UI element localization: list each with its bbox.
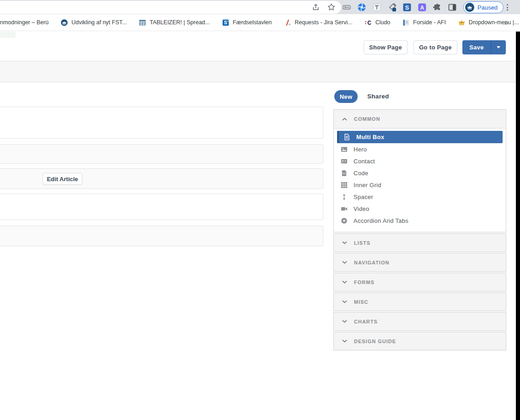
section-label: COMMON <box>354 116 380 122</box>
section-label: CHARTS <box>354 319 378 324</box>
chevron-down-icon <box>342 320 347 323</box>
bookmark-label: Udvikling af nyt FST... <box>71 19 127 26</box>
bookmark-label: Færdselstavlen <box>233 19 272 26</box>
crown-gold-favicon-icon <box>458 19 466 27</box>
components-panel: COMMONMulti BoxHeroContactCodeInner Grid… <box>333 109 506 350</box>
component-item-label: Multi Box <box>356 134 384 140</box>
profile-crown-avatar <box>465 3 474 12</box>
component-item-code[interactable]: Code <box>334 167 506 179</box>
toolbar-band <box>0 61 520 82</box>
puzzle-extension-icon[interactable] <box>433 3 442 12</box>
chevron-down-icon <box>342 300 347 303</box>
file-icon <box>343 134 350 140</box>
section-header-forms[interactable]: FORMS <box>334 273 506 291</box>
section-forms: FORMS <box>333 273 506 291</box>
component-item-label: Inner Grid <box>354 182 381 188</box>
share-icon[interactable] <box>311 3 320 11</box>
bookmark-item-0[interactable]: nmodninger – Berú <box>0 19 48 26</box>
bookmarks-overflow-chevron[interactable]: » <box>504 14 508 31</box>
section-header-charts[interactable]: CHARTS <box>334 312 506 330</box>
screen-edge-strip <box>516 32 520 420</box>
bookmark-star-icon[interactable] <box>327 3 336 11</box>
content-block-4[interactable] <box>0 226 323 246</box>
content-block-2[interactable] <box>0 144 323 164</box>
grid-icon <box>341 182 348 188</box>
bookmark-item-3[interactable]: SFærdselstavlen <box>222 19 272 27</box>
section-label: NAVIGATION <box>354 260 389 265</box>
chevron-down-icon <box>342 280 347 284</box>
save-dropdown-button[interactable] <box>491 40 506 54</box>
component-item-contact[interactable]: Contact <box>334 155 506 167</box>
component-item-label: Spacer <box>354 194 373 200</box>
chevron-down-icon <box>342 241 347 244</box>
address-bar[interactable] <box>0 1 341 14</box>
svg-text:C: C <box>367 19 371 26</box>
key-extension-icon[interactable] <box>342 3 351 12</box>
browser-menu-icon[interactable] <box>504 3 510 12</box>
component-item-multi-box[interactable]: Multi Box <box>337 131 503 143</box>
component-item-video[interactable]: Video <box>334 203 506 215</box>
bookmark-item-1[interactable]: Udvikling af nyt FST... <box>60 19 127 27</box>
section-header-lists[interactable]: LISTS <box>334 234 506 252</box>
profile-chip-label: Paused <box>477 4 498 11</box>
content-block-1[interactable] <box>0 107 323 139</box>
image-icon <box>341 146 348 153</box>
section-header-common[interactable]: COMMON <box>334 110 506 129</box>
component-item-inner-grid[interactable]: Inner Grid <box>334 179 506 191</box>
component-item-label: Contact <box>354 158 375 165</box>
cropped-element-fragment <box>0 32 16 38</box>
bookmarks-bar: nmodninger – BerúUdvikling af nyt FST...… <box>0 14 520 31</box>
dropper-extension-icon[interactable] <box>387 3 397 12</box>
browser-toolbar: SA Paused <box>0 0 520 14</box>
chevron-down-icon <box>342 339 347 343</box>
bookmark-item-7[interactable]: Dropdown-menu |... <box>458 19 519 27</box>
save-split-button: Save <box>462 40 506 54</box>
section-misc: MISC <box>333 292 506 311</box>
section-lists: LISTS <box>333 233 506 252</box>
side-panel-extension-icon[interactable] <box>448 3 457 12</box>
save-button[interactable]: Save <box>462 40 491 54</box>
s-blue-extension-icon[interactable]: S <box>402 3 412 12</box>
chevron-down-icon <box>497 46 500 48</box>
bookmark-item-2[interactable]: TABLEIZER! | Spread... <box>139 19 210 27</box>
bookmark-label: Dropdown-menu |... <box>469 19 519 26</box>
component-item-spacer[interactable]: Spacer <box>334 191 506 203</box>
profile-paused-chip[interactable]: Paused <box>463 1 504 13</box>
bookmark-label: Cludo <box>375 19 391 26</box>
section-header-navigation[interactable]: NAVIGATION <box>334 253 506 271</box>
bookmark-item-5[interactable]: CCludo <box>365 19 391 27</box>
bookmark-label: Forside - AFI <box>413 19 446 26</box>
component-item-label: Code <box>354 170 368 177</box>
show-page-button[interactable]: Show Page <box>364 40 407 54</box>
component-item-accordion-and-tabs[interactable]: Accordion And Tabs <box>334 215 506 226</box>
section-common: COMMONMulti BoxHeroContactCodeInner Grid… <box>333 109 506 232</box>
tab-shared[interactable]: Shared <box>367 93 389 100</box>
section-label: MISC <box>354 299 369 305</box>
contact-icon <box>341 158 348 165</box>
tab-new[interactable]: New <box>334 90 358 103</box>
shutter-extension-icon[interactable] <box>357 3 366 12</box>
content-block-3[interactable] <box>0 194 323 220</box>
page-favicon-icon <box>402 19 410 27</box>
go-to-page-button[interactable]: Go to Page <box>413 40 457 54</box>
table-favicon-icon <box>139 19 146 27</box>
edit-article-button[interactable]: Edit Article <box>43 173 82 185</box>
a-purple-extension-icon[interactable]: A <box>418 3 427 12</box>
chevron-up-icon <box>342 118 347 121</box>
component-item-hero[interactable]: Hero <box>334 143 506 155</box>
section-header-design-guide[interactable]: DESIGN GUIDE <box>334 332 506 350</box>
svg-text:m: m <box>289 23 291 26</box>
section-label: DESIGN GUIDE <box>354 339 396 344</box>
extension-icons-row: SA <box>342 0 457 14</box>
cludo-favicon-icon: C <box>365 19 372 27</box>
bookmark-label: nmodninger – Berú <box>0 19 48 26</box>
bookmark-item-6[interactable]: Forside - AFI <box>402 19 446 27</box>
svg-text:S: S <box>405 4 409 11</box>
video-icon <box>341 205 348 212</box>
bookmark-item-4[interactable]: mRequests - Jira Servi... <box>284 19 352 27</box>
tbox-extension-icon[interactable] <box>372 3 381 12</box>
section-header-misc[interactable]: MISC <box>334 293 506 311</box>
bookmark-label: TABLEIZER! | Spread... <box>150 19 210 26</box>
code-icon <box>341 170 348 177</box>
spacer-icon <box>341 194 348 200</box>
